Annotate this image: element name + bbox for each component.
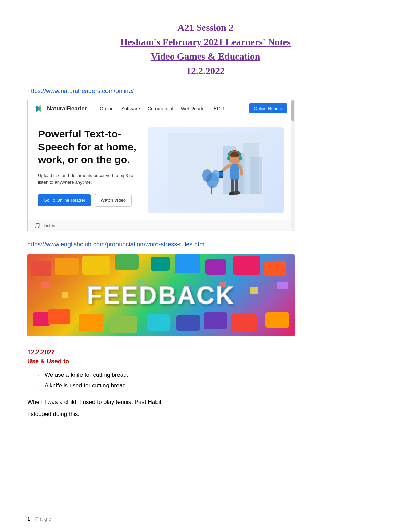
svg-rect-24	[82, 256, 110, 275]
svg-rect-25	[79, 314, 104, 331]
bullet-list: We use a knife for cutting bread. A knif…	[38, 370, 384, 391]
svg-rect-34	[233, 256, 260, 275]
svg-rect-11	[227, 156, 230, 160]
nr-hero-buttons: Go To Online Reader Watch Video	[38, 194, 141, 207]
content-section: 12.2.2022 Use & Used to We use a knife f…	[27, 349, 384, 419]
nr-scrollbar-thumb[interactable]	[291, 100, 294, 121]
nr-go-button[interactable]: Go To Online Reader	[38, 194, 91, 206]
page-number: 1	[27, 516, 30, 522]
naturalreader-link[interactable]: https://www.naturalreaders.com/online/	[27, 88, 384, 95]
svg-rect-36	[264, 261, 286, 276]
nr-sound-icon: 🎵	[34, 222, 41, 229]
naturalreader-screenshot: NaturalReader Online Software Commercial…	[27, 100, 295, 231]
svg-rect-38	[41, 282, 50, 288]
svg-rect-16	[231, 179, 234, 193]
bullet-item-1: We use a knife for cutting bread.	[38, 370, 384, 381]
feedback-image: FEEDBACK	[27, 254, 295, 336]
nr-listen-bar[interactable]: 🎵 Listen	[28, 220, 294, 231]
feedback-label: FEEDBACK	[87, 281, 235, 309]
nr-logo: NaturalReader	[35, 104, 87, 113]
nr-hero-title: Powerful Text-to-Speech for at home, wor…	[38, 127, 141, 166]
svg-rect-27	[110, 316, 137, 333]
svg-rect-20	[31, 261, 51, 276]
content-date: 12.2.2022	[27, 349, 384, 356]
svg-rect-15	[219, 172, 223, 177]
bullet-item-2: A knife is used for cutting bread.	[38, 381, 384, 391]
page-title: A21 Session 2 Hesham's February 2021 Lea…	[27, 21, 384, 78]
svg-rect-30	[175, 254, 200, 273]
svg-rect-44	[277, 282, 288, 289]
nr-nav-links: Online Software Commercial WebReader EDU	[100, 106, 224, 111]
svg-rect-4	[250, 157, 262, 194]
englishclub-link[interactable]: https://www.englishclub.com/pronunciatio…	[27, 241, 384, 248]
svg-rect-22	[55, 258, 79, 275]
svg-rect-39	[62, 292, 68, 298]
svg-rect-26	[115, 254, 139, 270]
nr-watch-button[interactable]: Watch Video	[95, 194, 132, 207]
nr-hero-subtitle: Upload text and documents or convert to …	[38, 172, 141, 186]
title-section: A21 Session 2 Hesham's February 2021 Lea…	[27, 21, 384, 78]
page-footer: 1 | P a g e	[27, 512, 384, 522]
page-label: | P a g e	[32, 516, 51, 522]
nr-hero: Powerful Text-to-Speech for at home, wor…	[28, 117, 294, 220]
svg-rect-31	[176, 315, 200, 331]
nr-illustration	[148, 127, 284, 213]
svg-rect-37	[265, 312, 289, 328]
body-text-1: When I was a child, I used to play tenni…	[27, 397, 384, 408]
svg-rect-43	[250, 287, 258, 294]
nr-scrollbar[interactable]	[291, 100, 295, 231]
nr-nav-webreader[interactable]: WebReader	[181, 106, 206, 111]
content-subheading: Use & Used to	[27, 358, 384, 365]
svg-rect-29	[147, 314, 170, 331]
svg-rect-12	[239, 156, 242, 160]
svg-point-6	[202, 169, 212, 182]
svg-rect-32	[206, 259, 226, 275]
nr-nav-edu[interactable]: EDU	[214, 106, 224, 111]
nr-nav-commercial[interactable]: Commercial	[148, 106, 173, 111]
svg-rect-35	[231, 314, 257, 331]
svg-rect-28	[151, 257, 170, 271]
nr-nav-software[interactable]: Software	[121, 106, 140, 111]
nr-online-reader-btn[interactable]: Online Reader	[249, 103, 287, 113]
nr-listen-label: Listen	[43, 223, 55, 228]
svg-point-19	[233, 191, 240, 195]
body-text-2: I stopped doing this.	[27, 409, 384, 420]
nr-navbar: NaturalReader Online Software Commercial…	[28, 100, 294, 117]
nr-nav-online[interactable]: Online	[100, 106, 113, 111]
nr-hero-text: Powerful Text-to-Speech for at home, wor…	[38, 127, 148, 213]
svg-rect-17	[235, 179, 238, 193]
svg-rect-13	[230, 164, 239, 180]
svg-rect-21	[33, 312, 50, 326]
svg-rect-33	[204, 312, 227, 329]
svg-rect-23	[48, 309, 70, 324]
nr-logo-text: NaturalReader	[47, 105, 87, 112]
